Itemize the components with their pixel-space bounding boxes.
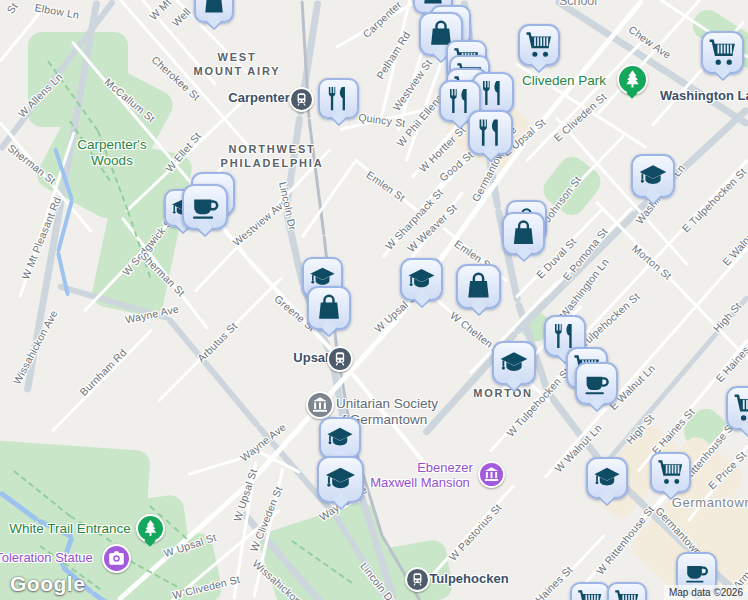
shopping-cart-icon xyxy=(731,391,748,425)
coffee-cup-pin[interactable] xyxy=(575,362,618,405)
museum-icon xyxy=(481,464,502,485)
shopping-bag-pin[interactable] xyxy=(307,286,351,330)
graduation-cap-pin[interactable] xyxy=(586,457,628,499)
shopping-cart-pin[interactable] xyxy=(570,582,610,600)
road xyxy=(595,201,748,361)
park-entrance-marker[interactable] xyxy=(617,64,648,95)
graduation-cap-pin[interactable] xyxy=(631,154,675,198)
statue-marker[interactable] xyxy=(102,544,131,573)
restaurant-icon xyxy=(323,83,354,114)
graduation-cap-pin[interactable] xyxy=(317,456,364,503)
street-label: W Pastorius St xyxy=(446,501,503,563)
restaurant-pin[interactable] xyxy=(318,78,359,119)
shopping-cart-pin[interactable] xyxy=(650,452,691,493)
street-label: Well xyxy=(169,5,192,28)
train-icon xyxy=(330,349,350,369)
train-icon xyxy=(292,90,311,109)
graduation-cap-pin[interactable] xyxy=(492,341,536,385)
neighborhood-label: NORTHWEST xyxy=(228,143,315,155)
camera-icon xyxy=(105,547,128,570)
road xyxy=(354,159,424,217)
graduation-cap-pin[interactable] xyxy=(400,258,443,301)
road xyxy=(347,367,432,471)
road xyxy=(429,485,515,579)
street-label: St xyxy=(4,0,20,15)
shopping-bag-icon xyxy=(312,291,346,325)
train-icon xyxy=(408,570,427,589)
shopping-bag-pin[interactable] xyxy=(456,264,501,309)
station-label: Upsal xyxy=(293,350,328,365)
graduation-cap-icon xyxy=(322,461,359,498)
museum-icon xyxy=(309,394,331,416)
road xyxy=(166,316,261,428)
station-label: Carpenter xyxy=(228,90,289,105)
map-canvas[interactable]: Google Map data ©2026 WESTMOUNT AIRYNORT… xyxy=(0,0,748,600)
road xyxy=(597,0,701,115)
shopping-cart-icon xyxy=(523,29,555,61)
shopping-cart-icon xyxy=(575,587,605,600)
shopping-bag-pin[interactable] xyxy=(194,0,234,23)
restaurant-icon xyxy=(473,115,508,150)
graduation-cap-pin[interactable] xyxy=(319,417,361,459)
shopping-cart-pin[interactable] xyxy=(607,582,647,600)
neighborhood-label: PHILADELPHIA xyxy=(221,157,324,169)
poi-label: Maxwell Mansion xyxy=(370,475,470,490)
poi-label: Unitarian Society xyxy=(336,396,438,411)
graduation-cap-icon xyxy=(324,422,356,454)
google-logo[interactable]: Google xyxy=(10,572,85,596)
graduation-cap-icon xyxy=(636,159,670,193)
shopping-bag-pin[interactable] xyxy=(502,212,545,255)
coffee-cup-pin[interactable] xyxy=(182,184,228,230)
shopping-cart-pin[interactable] xyxy=(701,31,744,74)
train-station-icon[interactable] xyxy=(289,87,314,112)
park-entrance-marker[interactable] xyxy=(136,514,165,543)
museum-marker[interactable] xyxy=(478,461,505,488)
tree-icon xyxy=(620,67,645,92)
museum-marker[interactable] xyxy=(306,391,334,419)
coffee-cup-icon xyxy=(681,557,712,588)
shopping-cart-pin[interactable] xyxy=(726,386,748,430)
street-label: Burnham Rd xyxy=(77,346,129,398)
road xyxy=(188,451,261,476)
shopping-bag-icon xyxy=(507,217,540,250)
train-station-icon[interactable] xyxy=(405,567,430,592)
road xyxy=(382,181,445,259)
tree-icon xyxy=(139,517,162,540)
shopping-cart-icon xyxy=(655,457,686,488)
restaurant-icon xyxy=(477,77,509,109)
shopping-cart-icon xyxy=(706,36,739,69)
coffee-cup-icon xyxy=(580,367,613,400)
shopping-bag-icon xyxy=(199,0,229,18)
road xyxy=(335,0,421,49)
street-label: E Tulpehocken St xyxy=(680,166,748,235)
shopping-bag-icon xyxy=(461,269,496,304)
train-station-icon[interactable] xyxy=(327,346,353,372)
coffee-cup-icon xyxy=(187,189,223,225)
graduation-cap-icon xyxy=(591,462,623,494)
shopping-cart-icon xyxy=(612,587,642,600)
road xyxy=(51,329,153,433)
shopping-cart-pin[interactable] xyxy=(518,24,560,66)
map-attribution: Map data ©2026 xyxy=(664,585,748,600)
graduation-cap-icon xyxy=(405,263,438,296)
restaurant-pin[interactable] xyxy=(468,110,513,155)
graduation-cap-icon xyxy=(497,346,531,380)
